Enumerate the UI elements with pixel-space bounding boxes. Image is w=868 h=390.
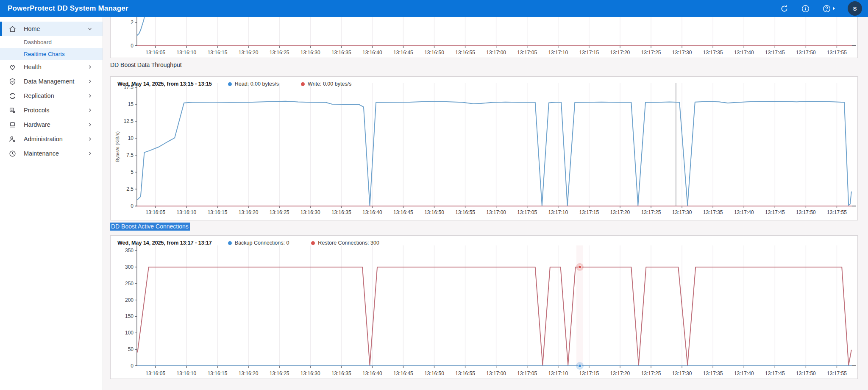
sidebar: HomeDashboardRealtime ChartsHealthData M… [0,17,103,390]
sidebar-nav: HomeDashboardRealtime ChartsHealthData M… [0,22,103,161]
svg-text:13:16:05: 13:16:05 [145,209,165,215]
svg-text:13:16:35: 13:16:35 [331,370,351,376]
svg-text:15: 15 [128,101,134,107]
svg-text:150: 150 [125,313,134,319]
avatar-initial: S [853,6,857,12]
svg-text:13:16:35: 13:16:35 [331,209,351,215]
svg-text:13:17:00: 13:17:00 [486,50,506,56]
main-content: 13:16:0513:16:1013:16:1513:16:2013:16:25… [103,17,868,390]
svg-text:13:17:55: 13:17:55 [827,209,847,215]
chevron-right-icon [86,64,93,70]
sidebar-item-home[interactable]: Home [0,22,103,36]
admin-icon [9,136,16,143]
svg-text:5: 5 [131,169,134,175]
sidebar-item-administration[interactable]: Administration [0,132,103,146]
legend-item-write[interactable]: Write: 0.00 bytes/s [301,81,351,87]
hardware-icon [9,121,16,128]
user-avatar[interactable]: S [848,1,862,16]
svg-text:0: 0 [131,43,134,49]
connections-chart-canvas[interactable]: 13:16:0513:16:1013:16:1513:16:2013:16:25… [111,236,858,379]
sidebar-item-data-management[interactable]: Data Management [0,74,103,89]
legend-label: Backup Connections: 0 [235,240,289,246]
chevron-right-icon [86,121,93,128]
svg-text:13:16:55: 13:16:55 [455,50,475,56]
help-icon[interactable] [821,3,832,14]
svg-text:13:17:25: 13:17:25 [641,50,661,56]
legend-label: Read: 0.00 bytes/s [235,81,279,87]
protocols-icon [9,107,16,114]
svg-text:13:17:05: 13:17:05 [517,370,537,376]
legend-item-restore-connections[interactable]: Restore Connections: 300 [311,240,379,246]
svg-text:13:16:40: 13:16:40 [362,370,382,376]
chevron-right-icon [86,107,93,114]
throughput-legend: Read: 0.00 bytes/sWrite: 0.00 bytes/s [228,81,374,87]
svg-text:13:17:20: 13:17:20 [610,209,630,215]
svg-text:13:17:30: 13:17:30 [672,370,692,376]
svg-text:13:17:50: 13:17:50 [796,370,816,376]
svg-text:100: 100 [125,330,134,336]
svg-text:13:17:30: 13:17:30 [672,50,692,56]
svg-text:13:17:05: 13:17:05 [517,50,537,56]
sidebar-item-label: Hardware [24,121,86,128]
chevron-right-icon [86,150,93,157]
svg-text:13:17:55: 13:17:55 [827,50,847,56]
svg-text:350: 350 [125,248,134,254]
svg-text:13:16:05: 13:16:05 [145,370,165,376]
sidebar-item-protocols[interactable]: Protocols [0,103,103,117]
sidebar-item-label: Health [24,64,86,70]
help-caret-icon [833,7,835,10]
svg-text:13:17:35: 13:17:35 [703,370,723,376]
connections-time-range: Wed, May 14, 2025, from 13:17 - 13:17 [117,240,212,246]
shield-icon [9,78,16,85]
svg-text:0: 0 [131,203,134,209]
throughput-chart-canvas[interactable]: 13:16:0513:16:1013:16:1513:16:2013:16:25… [111,77,858,221]
svg-text:13:16:15: 13:16:15 [208,209,228,215]
svg-text:13:16:10: 13:16:10 [177,370,197,376]
chart-title-connections: DD Boost Active Connections [110,223,190,230]
svg-text:13:16:45: 13:16:45 [393,370,413,376]
sidebar-item-replication[interactable]: Replication [0,89,103,103]
sidebar-item-label: Administration [24,136,86,142]
svg-text:13:16:50: 13:16:50 [424,50,444,56]
svg-text:10: 10 [128,135,134,141]
sidebar-item-hardware[interactable]: Hardware [0,117,103,132]
svg-text:50: 50 [128,346,134,352]
svg-text:13:17:10: 13:17:10 [548,209,568,215]
info-icon[interactable] [800,3,810,14]
sidebar-item-realtime-charts[interactable]: Realtime Charts [0,48,103,60]
svg-text:2.5: 2.5 [126,186,134,192]
svg-text:13:16:15: 13:16:15 [208,370,228,376]
legend-item-read[interactable]: Read: 0.00 bytes/s [228,81,279,87]
help-menu[interactable] [821,3,835,14]
svg-text:13:16:10: 13:16:10 [177,209,197,215]
svg-text:7.5: 7.5 [126,152,134,158]
svg-text:13:17:45: 13:17:45 [765,209,785,215]
chevron-right-icon [86,92,93,99]
svg-text:13:17:40: 13:17:40 [734,209,754,215]
legend-item-backup-connections[interactable]: Backup Connections: 0 [228,240,289,246]
svg-text:13:17:40: 13:17:40 [734,370,754,376]
svg-text:13:17:20: 13:17:20 [610,370,630,376]
refresh-icon[interactable] [779,3,789,14]
svg-text:13:17:35: 13:17:35 [703,50,723,56]
svg-text:13:16:25: 13:16:25 [270,209,289,215]
svg-text:13:16:55: 13:16:55 [455,209,475,215]
sidebar-item-health[interactable]: Health [0,60,103,74]
top-chart-canvas[interactable]: 13:16:0513:16:1013:16:1513:16:2013:16:25… [111,17,858,58]
svg-text:13:16:05: 13:16:05 [145,50,165,56]
sidebar-item-label: Protocols [24,107,86,114]
sidebar-item-dashboard[interactable]: Dashboard [0,36,103,48]
sidebar-item-maintenance[interactable]: Maintenance [0,146,103,161]
active-accent-bar [0,22,2,36]
legend-dot [311,241,315,245]
svg-text:13:17:10: 13:17:10 [548,370,568,376]
legend-label: Restore Connections: 300 [318,240,379,246]
svg-text:13:17:05: 13:17:05 [517,209,537,215]
chart-panel-connections: Wed, May 14, 2025, from 13:17 - 13:17 Ba… [110,235,858,379]
clock-icon [9,150,16,157]
sidebar-subitem-label: Realtime Charts [24,51,65,57]
sidebar-subitem-label: Dashboard [24,39,52,45]
sidebar-item-label: Home [24,25,86,32]
sidebar-item-label: Maintenance [24,150,86,157]
svg-text:13:16:25: 13:16:25 [270,50,289,56]
